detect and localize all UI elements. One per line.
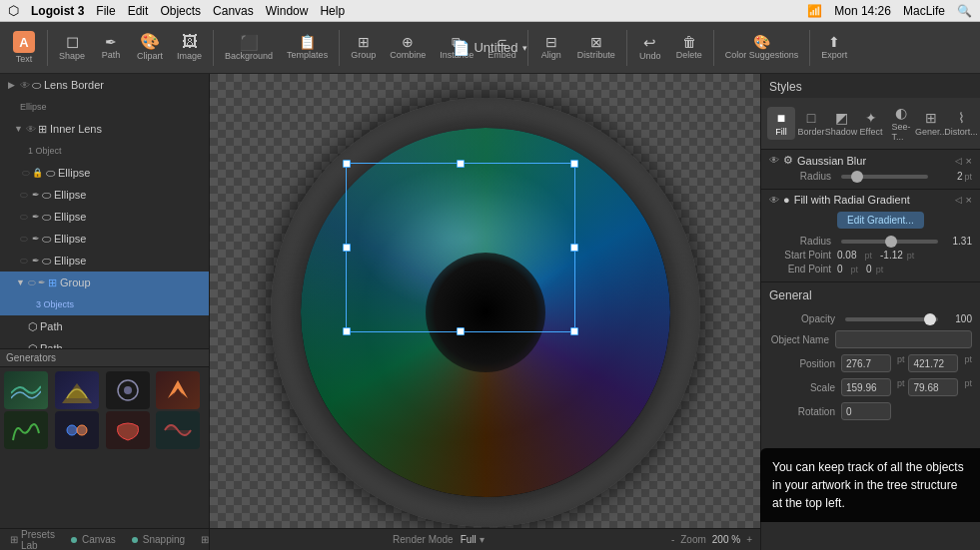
object-name-input[interactable] — [835, 330, 972, 348]
scale-y-input[interactable] — [908, 378, 958, 396]
edit-gradient-button[interactable]: Edit Gradient... — [837, 212, 924, 229]
generator-8[interactable] — [156, 411, 200, 449]
gaussian-blur-visibility[interactable]: 👁 — [769, 155, 779, 166]
general-section: Opacity 100 Object Name Position pt pt — [761, 306, 980, 427]
tab-fill[interactable]: ■ Fill — [767, 107, 795, 140]
distribute-icon: ⊠ — [590, 35, 602, 49]
radial-gradient-expand[interactable]: ◁ — [955, 195, 962, 205]
generator-3[interactable] — [106, 371, 150, 409]
layer-ellipse-2[interactable]: ⬭ ✒ ⬭ Ellipse — [0, 184, 209, 206]
lens-container[interactable] — [271, 98, 700, 527]
visibility-toggle[interactable]: 👁 — [18, 80, 32, 91]
tab-distort[interactable]: ⌇ Distort... — [947, 107, 975, 140]
delete-icon: 🗑 — [682, 35, 696, 49]
menu-file[interactable]: File — [96, 4, 115, 18]
position-y-input[interactable] — [908, 354, 958, 372]
search-icon[interactable]: 🔍 — [957, 4, 972, 18]
menu-edit[interactable]: Edit — [128, 4, 149, 18]
layer-tree: ▶ 👁 ⬭ Lens Border Ellipse ▼ 👁 ⊞ Inner Le… — [0, 74, 209, 348]
toolbar-path[interactable]: ✒ Path — [93, 32, 129, 63]
gaussian-blur-expand[interactable]: ◁ — [955, 156, 962, 166]
layer-inner-lens[interactable]: ▼ 👁 ⊞ Inner Lens — [0, 118, 209, 140]
canvas-area[interactable]: Render Mode Full ▾ - Zoom 200 % + — [210, 74, 760, 550]
layer-group[interactable]: ▼ ⬭ ✒ ⊞ Group — [0, 272, 209, 293]
toolbar-text[interactable]: A Text — [6, 28, 42, 67]
presets-lab-button[interactable]: ⊞ Presets Lab — [6, 528, 59, 551]
render-mode[interactable]: Render Mode Full ▾ — [393, 534, 485, 545]
generator-2[interactable] — [55, 371, 99, 409]
path-icon: ✒ — [105, 35, 117, 49]
rotation-input[interactable] — [841, 402, 891, 420]
scale-x-input[interactable] — [841, 378, 891, 396]
toolbar-sep-4 — [527, 30, 528, 66]
expand-arrow[interactable]: ▶ — [8, 80, 18, 90]
scale-values: pt pt — [841, 378, 972, 396]
position-x-input[interactable] — [841, 354, 891, 372]
main-area: ▶ 👁 ⬭ Lens Border Ellipse ▼ 👁 ⊞ Inner Le… — [0, 74, 980, 550]
menu-window[interactable]: Window — [266, 4, 309, 18]
opacity-slider[interactable] — [845, 317, 938, 321]
end-point-row: End Point 0 pt 0 pt — [769, 264, 972, 275]
layer-path-1[interactable]: ⬡ Path — [0, 315, 209, 337]
tab-generator[interactable]: ⊞ Gener... — [917, 107, 945, 140]
generator-6[interactable] — [55, 411, 99, 449]
generator-1[interactable] — [4, 371, 48, 409]
toolbar-color-suggestions[interactable]: 🎨 Color Suggestions — [719, 32, 805, 63]
layer-ellipse-4[interactable]: ⬭ ✒ ⬭ Ellipse — [0, 228, 209, 250]
toolbar-delete[interactable]: 🗑 Delete — [670, 32, 708, 63]
gaussian-blur-slider[interactable] — [841, 175, 928, 179]
visibility-toggle[interactable]: ⬭ — [20, 168, 32, 179]
tab-effect[interactable]: ✦ Effect — [857, 107, 885, 140]
menu-help[interactable]: Help — [320, 4, 345, 18]
generator-7[interactable] — [106, 411, 150, 449]
tab-see-through[interactable]: ◐ See-T... — [887, 102, 915, 145]
generator-5[interactable] — [4, 411, 48, 449]
layer-ellipse-1[interactable]: ⬭ 🔒 ⬭ Ellipse — [0, 162, 209, 184]
layer-ellipse-3[interactable]: ⬭ ✒ ⬭ Ellipse — [0, 206, 209, 228]
toolbar-export[interactable]: ⬆ Export — [815, 32, 853, 63]
menu-canvas[interactable]: Canvas — [213, 4, 254, 18]
generator-4[interactable] — [156, 371, 200, 409]
toolbar-align[interactable]: ⊟ Align — [533, 32, 569, 63]
toolbar-group[interactable]: ⊞ Group — [345, 32, 382, 63]
toolbar-templates[interactable]: 📋 Templates — [281, 32, 334, 63]
toolbar-image[interactable]: 🖼 Image — [171, 31, 208, 64]
layer-lens-border[interactable]: ▶ 👁 ⬭ Lens Border — [0, 74, 209, 96]
chevron-icon: ▾ — [480, 534, 485, 545]
toolbar-combine[interactable]: ⊕ Combine — [384, 32, 432, 63]
align-icon: ⊟ — [545, 35, 557, 49]
radial-radius-slider[interactable] — [841, 240, 938, 244]
svg-point-2 — [67, 425, 77, 435]
generators-panel: Generators — [0, 348, 209, 528]
toolbar-distribute[interactable]: ⊠ Distribute — [571, 32, 621, 63]
clipart-icon: 🎨 — [140, 34, 160, 50]
toolbar-shape[interactable]: ◻ Shape — [53, 31, 91, 64]
ellipse-icon: ⬭ — [42, 211, 51, 224]
chevron-down-icon[interactable]: ▾ — [522, 43, 527, 53]
toolbar-clipart[interactable]: 🎨 Clipart — [131, 31, 169, 64]
menu-objects[interactable]: Objects — [160, 4, 201, 18]
zoom-out-button[interactable]: - — [671, 534, 674, 545]
visibility-toggle[interactable]: 👁 — [24, 124, 38, 135]
layer-path-2[interactable]: ⬡ Path — [0, 337, 209, 348]
toolbar-background[interactable]: ⬛ Background — [219, 32, 279, 64]
canvas-button[interactable]: Canvas — [67, 533, 120, 546]
expand-arrow[interactable]: ▼ — [16, 277, 26, 287]
menubar: ⬡ Logoist 3 File Edit Objects Canvas Win… — [0, 0, 980, 22]
radial-gradient-visibility[interactable]: 👁 — [769, 195, 779, 206]
toolbar-undo[interactable]: ↩ Undo — [632, 32, 668, 64]
snapping-button[interactable]: Snapping — [128, 533, 189, 546]
tab-shadow[interactable]: ◩ Shadow — [827, 107, 855, 140]
generator-tab-icon: ⊞ — [925, 110, 937, 126]
zoom-in-button[interactable]: + — [746, 534, 752, 545]
expand-arrow[interactable]: ▼ — [14, 124, 24, 134]
tab-border[interactable]: □ Border — [797, 107, 825, 140]
shadow-icon: ◩ — [835, 110, 848, 126]
background-icon: ⬛ — [240, 35, 259, 50]
layer-ellipse-5[interactable]: ⬭ ✒ ⬭ Ellipse — [0, 250, 209, 272]
ellipse-icon: ⬭ — [42, 255, 51, 268]
generators-title: Generators — [0, 349, 209, 367]
doc-icon: 📄 — [453, 40, 470, 56]
gaussian-blur-close[interactable]: × — [966, 155, 972, 167]
radial-gradient-close[interactable]: × — [966, 194, 972, 206]
